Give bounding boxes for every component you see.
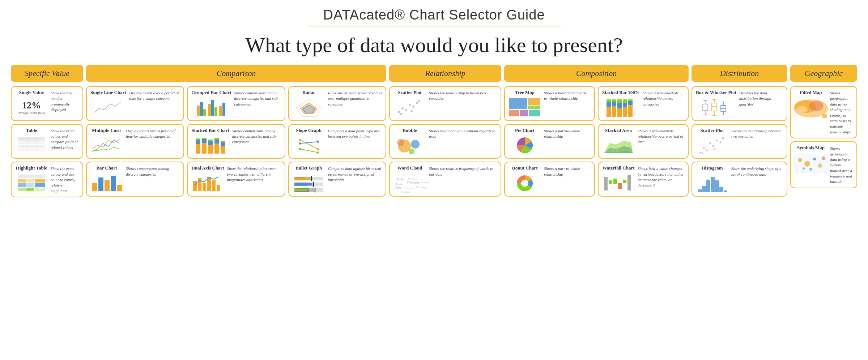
visual-single-line bbox=[92, 98, 124, 117]
desc-bullet-graph: Compares data against historical perform… bbox=[328, 165, 382, 183]
svg-point-87 bbox=[410, 110, 413, 112]
svg-rect-112 bbox=[612, 99, 616, 102]
card-dist-scatter: Scatter Plot bbox=[692, 124, 787, 159]
svg-rect-101 bbox=[509, 98, 527, 109]
card-symbols-map: Symbols Map bbox=[790, 141, 857, 188]
svg-rect-20 bbox=[203, 109, 206, 116]
chart-title-histogram: Histogram bbox=[701, 165, 723, 171]
comparison-row3: Bar Chart Shows comparisons among disc bbox=[86, 162, 386, 197]
visual-stacked-bar-100 bbox=[605, 98, 637, 117]
card-multiple-lines: Multiple Lines Display trends over a per… bbox=[86, 124, 184, 159]
visual-stacked-bar bbox=[194, 135, 227, 155]
svg-rect-54 bbox=[98, 177, 103, 191]
visual-dual-axis bbox=[191, 173, 224, 193]
category-composition: Composition bbox=[504, 65, 689, 82]
card-single-line: Single Line Chart Display trends over a … bbox=[86, 86, 184, 121]
svg-text:Tables: Tables bbox=[396, 177, 405, 181]
svg-rect-121 bbox=[628, 99, 633, 101]
svg-point-85 bbox=[400, 113, 402, 115]
chart-title-stacked-bar-100: Stacked Bar 100% bbox=[602, 90, 640, 95]
svg-rect-24 bbox=[219, 106, 222, 116]
desc-waterfall: Shows how a value changes by various fac… bbox=[638, 165, 684, 188]
visual-grouped-bar bbox=[195, 98, 227, 117]
card-slope-graph: Slope Graph bbox=[288, 124, 386, 159]
visual-pie-chart bbox=[509, 135, 541, 155]
desc-multiple-lines: Display trends over a period of time for… bbox=[126, 128, 180, 140]
desc-bar-chart: Shows comparisons among discrete categor… bbox=[126, 165, 180, 177]
svg-point-173 bbox=[798, 158, 802, 162]
svg-rect-35 bbox=[208, 145, 213, 154]
desc-stacked-area: Shows a part-to-whole relationship over … bbox=[638, 128, 684, 145]
svg-rect-164 bbox=[715, 180, 719, 192]
svg-rect-127 bbox=[609, 180, 612, 184]
svg-rect-38 bbox=[214, 143, 219, 154]
svg-rect-165 bbox=[719, 187, 723, 192]
svg-rect-161 bbox=[702, 186, 706, 192]
svg-point-84 bbox=[416, 102, 418, 104]
chart-title-slope-graph: Slope Graph bbox=[296, 128, 321, 133]
svg-rect-23 bbox=[214, 107, 217, 116]
visual-waterfall bbox=[602, 173, 635, 193]
card-scatter-plot: Scatter Plot bbox=[389, 86, 501, 121]
visual-single-value: 12% Average Profit Ratio bbox=[15, 98, 48, 117]
svg-rect-77 bbox=[294, 189, 307, 191]
category-specific: Specific Value bbox=[11, 65, 83, 82]
svg-rect-166 bbox=[724, 190, 727, 192]
svg-rect-30 bbox=[196, 140, 200, 144]
svg-rect-0 bbox=[18, 137, 45, 141]
categories-row: Specific Value Comparison Relationship C… bbox=[11, 65, 857, 82]
card-donut-chart: Donut Chart bbox=[504, 162, 595, 197]
chart-title-dual-axis: Dual Axis Chart bbox=[191, 165, 224, 171]
desc-tree-map: Shows a hierarchical part-to-whole relat… bbox=[544, 90, 591, 102]
svg-rect-8 bbox=[35, 175, 45, 178]
svg-rect-133 bbox=[703, 104, 708, 111]
visual-multiple-lines bbox=[90, 135, 123, 155]
svg-point-49 bbox=[299, 142, 301, 145]
svg-point-155 bbox=[716, 140, 718, 142]
svg-rect-109 bbox=[607, 99, 611, 102]
comparison-row2: Multiple Lines Display trends over a per… bbox=[86, 124, 386, 159]
visual-donut-chart bbox=[509, 173, 541, 193]
svg-point-83 bbox=[412, 106, 414, 108]
composition-row3: Donut Chart bbox=[504, 162, 689, 197]
chart-title-scatter-plot: Scatter Plot bbox=[398, 90, 421, 95]
svg-point-125 bbox=[521, 180, 528, 187]
chart-title-filled-map: Filled Map bbox=[800, 90, 822, 95]
card-filled-map: Filled Map Shows geographic data using s… bbox=[790, 86, 857, 138]
svg-rect-16 bbox=[26, 188, 34, 191]
visual-dist-scatter bbox=[696, 135, 728, 155]
svg-rect-118 bbox=[623, 99, 627, 103]
svg-rect-32 bbox=[202, 143, 207, 154]
distribution-col: Box & Whisker Plot bbox=[692, 86, 787, 197]
svg-rect-62 bbox=[212, 180, 216, 191]
desc-donut-chart: Shows a part-to-whole relationship bbox=[544, 165, 591, 177]
svg-point-81 bbox=[405, 109, 407, 111]
svg-rect-126 bbox=[604, 177, 608, 190]
category-comparison: Comparison bbox=[86, 65, 386, 82]
svg-rect-163 bbox=[711, 177, 715, 192]
visual-tree-map bbox=[509, 98, 541, 117]
svg-rect-14 bbox=[35, 183, 45, 187]
card-bar-chart: Bar Chart Shows comparisons among disc bbox=[86, 162, 184, 197]
chart-title-symbols-map: Symbols Map bbox=[797, 145, 825, 151]
chart-title-highlight-table: Highlight Table bbox=[16, 165, 47, 171]
card-box-whisker: Box & Whisker Plot bbox=[692, 86, 787, 121]
comparison-col: Single Line Chart Display trends over a … bbox=[86, 86, 386, 197]
visual-histogram bbox=[696, 173, 728, 193]
svg-rect-104 bbox=[509, 110, 519, 116]
card-table: Table Show the exact values and compare … bbox=[11, 124, 83, 159]
visual-highlight-table bbox=[15, 173, 48, 193]
desc-highlight-table: Show the exact values and use color to c… bbox=[51, 165, 79, 194]
svg-rect-103 bbox=[528, 106, 540, 109]
svg-rect-34 bbox=[202, 138, 207, 139]
svg-rect-40 bbox=[214, 138, 219, 140]
svg-text:Accessories: Accessories bbox=[417, 181, 429, 184]
svg-rect-53 bbox=[92, 183, 97, 191]
chart-title-stacked-area: Stacked Area bbox=[605, 128, 632, 133]
svg-rect-9 bbox=[18, 179, 26, 183]
card-single-value: Single Value 12% Average Profit Ratio Sh… bbox=[11, 86, 83, 121]
svg-point-158 bbox=[702, 153, 703, 154]
svg-rect-33 bbox=[202, 139, 207, 143]
svg-rect-162 bbox=[706, 180, 710, 192]
svg-point-179 bbox=[809, 168, 812, 171]
